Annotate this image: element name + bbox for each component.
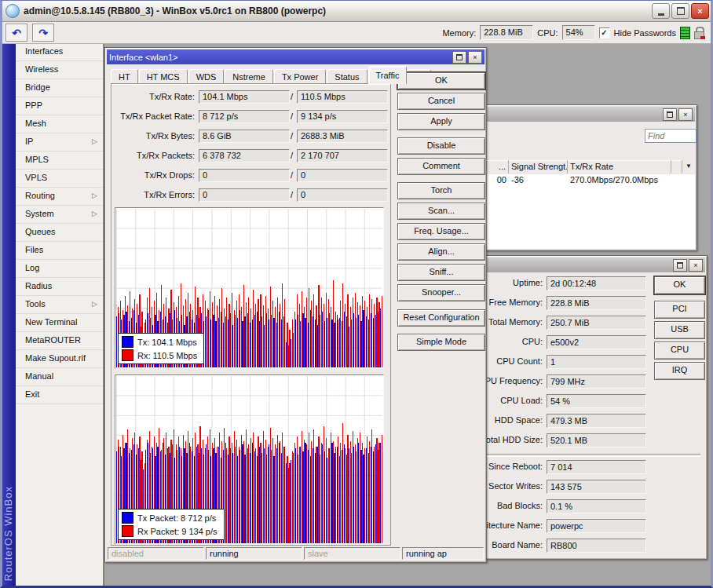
legend-swatch: [122, 512, 133, 524]
close-button[interactable]: ×: [691, 3, 709, 19]
maximize-button[interactable]: [673, 259, 687, 272]
maximize-button[interactable]: [452, 51, 466, 64]
close-icon[interactable]: ×: [678, 108, 693, 121]
irq-button[interactable]: IRQ: [654, 362, 705, 380]
sidebar-item-exit[interactable]: Exit: [16, 386, 103, 404]
sidebar-item-label: Manual: [25, 371, 53, 381]
rx-value-field[interactable]: 2688.3 MiB: [297, 130, 388, 143]
header-dropdown-button[interactable]: ▼: [682, 160, 695, 173]
sidebar-item-label: Make Supout.rif: [25, 353, 86, 363]
slash-separator: /: [291, 190, 293, 199]
close-icon[interactable]: ×: [689, 259, 703, 272]
interface-window: Interface <wlan1> × HTHT MCSWDSNstremeTx…: [104, 47, 487, 563]
tab-status[interactable]: Status: [327, 69, 367, 84]
tab-ht[interactable]: HT: [111, 69, 138, 84]
rx-value-field[interactable]: 110.5 Mbps: [297, 90, 388, 104]
tx-value-field[interactable]: 6 378 732: [199, 149, 290, 163]
pci-button[interactable]: PCI: [654, 301, 705, 319]
sidebar-item-tools[interactable]: Tools▷: [16, 296, 103, 314]
close-icon[interactable]: ×: [468, 51, 482, 64]
sidebar-item-metarouter[interactable]: MetaROUTER: [16, 332, 103, 350]
packet-rate-chart: Tx Packet: 8 712 p/sRx Packet: 9 134 p/s: [115, 374, 384, 545]
rx-value-field[interactable]: 0: [297, 169, 388, 182]
comment-button[interactable]: Comment: [397, 158, 485, 175]
column-header-tx-rx-rate[interactable]: Tx/Rx Rate: [568, 160, 671, 173]
redo-button[interactable]: ↷: [32, 24, 54, 42]
field-label: Tx/Rx Rate:: [111, 92, 195, 101]
undo-button[interactable]: ↶: [5, 24, 27, 42]
cancel-button[interactable]: Cancel: [397, 93, 485, 110]
tx-value-field[interactable]: 104.1 Mbps: [199, 90, 290, 104]
apply-button[interactable]: Apply: [397, 113, 485, 130]
snooper-button[interactable]: Snooper...: [397, 284, 485, 301]
cpu-button[interactable]: CPU: [654, 341, 705, 360]
sidebar-item-routing[interactable]: Routing▷: [16, 188, 103, 206]
tx-value-field[interactable]: 0: [199, 188, 290, 202]
column-header-signal-strengt[interactable]: Signal Strengt...: [509, 160, 568, 173]
sidebar-item-system[interactable]: System▷: [16, 206, 103, 224]
sidebar-item-ip[interactable]: IP▷: [16, 133, 103, 152]
maximize-icon: [456, 54, 463, 60]
sidebar-item-bridge[interactable]: Bridge: [16, 79, 103, 97]
simple-mode-button[interactable]: Simple Mode: [397, 334, 485, 351]
sidebar-item-files[interactable]: Files: [16, 242, 103, 260]
sidebar-item-log[interactable]: Log: [16, 260, 103, 278]
interface-title: Interface <wlan1>: [109, 53, 452, 62]
maximize-button[interactable]: [671, 3, 689, 19]
torch-button[interactable]: Torch: [397, 182, 485, 199]
ok-button[interactable]: OK: [397, 72, 485, 89]
disable-button[interactable]: Disable: [397, 137, 485, 155]
interface-title-bar: Interface <wlan1> ×: [107, 49, 484, 64]
sidebar-item-vpls[interactable]: VPLS: [16, 170, 103, 188]
usb-button[interactable]: USB: [654, 321, 705, 339]
sidebar-item-manual[interactable]: Manual: [16, 368, 103, 386]
reset-configuration-button[interactable]: Reset Configuration: [397, 309, 485, 327]
resource-value: 228.8 MiB: [547, 296, 646, 310]
sidebar-item-label: Mesh: [25, 119, 46, 128]
align-button[interactable]: Align...: [397, 243, 485, 261]
slash-separator: /: [291, 170, 293, 180]
undo-icon: ↶: [12, 27, 21, 39]
freq-usage-button[interactable]: Freq. Usage...: [397, 223, 485, 240]
resource-value: 143 575: [547, 480, 646, 494]
rx-value-field[interactable]: 2 170 707: [297, 149, 388, 163]
stats-row-tx-rx-errors: Tx/Rx Errors:0/0: [111, 188, 389, 202]
brand-text: RouterOS WinBox: [2, 486, 14, 581]
sidebar-item-mesh[interactable]: Mesh: [16, 115, 103, 133]
tab-nstreme[interactable]: Nstreme: [225, 69, 273, 84]
sidebar-item-new-terminal[interactable]: New Terminal: [16, 314, 103, 332]
maximize-button[interactable]: [663, 108, 677, 121]
resource-value: powerpc: [547, 519, 646, 533]
tab-tx-power[interactable]: Tx Power: [274, 69, 326, 84]
rx-value-field[interactable]: 0: [297, 188, 388, 202]
rx-value-field[interactable]: 9 134 p/s: [297, 110, 388, 123]
sidebar-item-queues[interactable]: Queues: [16, 224, 103, 242]
hide-passwords-checkbox[interactable]: ✓: [599, 27, 610, 38]
scan-button[interactable]: Scan...: [397, 203, 485, 220]
hide-passwords-label: Hide Passwords: [614, 28, 676, 38]
sidebar-item-make-supout-rif[interactable]: Make Supout.rif: [16, 350, 103, 368]
tx-value-field[interactable]: 8 712 p/s: [199, 110, 290, 123]
registration-window-controls: ×: [663, 108, 693, 121]
resource-value: 520.1 MB: [547, 433, 646, 447]
sidebar-item-radius[interactable]: Radius: [16, 278, 103, 296]
tab-ht-mcs[interactable]: HT MCS: [139, 69, 188, 84]
resource-value: 250.7 MiB: [547, 316, 646, 330]
tab-traffic[interactable]: Traffic: [368, 66, 408, 84]
sidebar-item-mpls[interactable]: MPLS: [16, 152, 103, 170]
sidebar-menu: InterfacesWirelessBridgePPPMeshIP▷MPLSVP…: [16, 43, 104, 587]
sidebar-item-interfaces[interactable]: Interfaces: [16, 43, 103, 61]
tx-value-field[interactable]: 8.6 GiB: [199, 130, 290, 143]
minimize-button[interactable]: [652, 3, 670, 19]
ok-button[interactable]: OK: [654, 276, 705, 294]
tx-value-field[interactable]: 0: [199, 169, 290, 182]
stats-row-tx-rx-packet-rate: Tx/Rx Packet Rate:8 712 p/s/9 134 p/s: [111, 110, 389, 123]
find-input[interactable]: [645, 129, 697, 143]
sidebar-item-label: Bridge: [25, 82, 50, 92]
sidebar-item-ppp[interactable]: PPP: [16, 97, 103, 115]
sidebar-item-wireless[interactable]: Wireless: [16, 61, 103, 79]
sidebar-item-label: MPLS: [25, 155, 49, 164]
tab-wds[interactable]: WDS: [188, 69, 225, 84]
field-label: Tx/Rx Errors:: [111, 190, 195, 199]
sniff-button[interactable]: Sniff...: [397, 264, 485, 281]
